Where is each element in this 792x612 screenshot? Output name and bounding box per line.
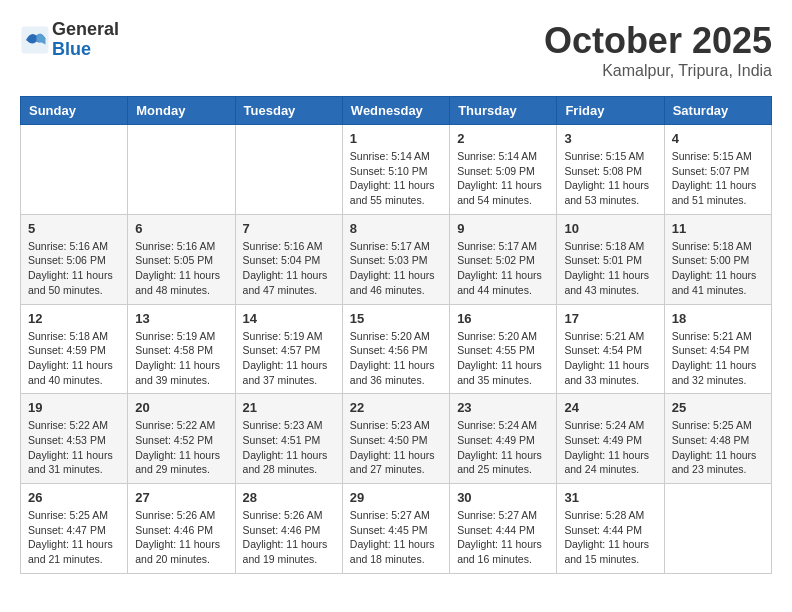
calendar-week-row: 12Sunrise: 5:18 AM Sunset: 4:59 PM Dayli…: [21, 304, 772, 394]
day-info: Sunrise: 5:20 AM Sunset: 4:55 PM Dayligh…: [457, 329, 549, 388]
day-info: Sunrise: 5:17 AM Sunset: 5:02 PM Dayligh…: [457, 239, 549, 298]
calendar-week-row: 1Sunrise: 5:14 AM Sunset: 5:10 PM Daylig…: [21, 125, 772, 215]
calendar-header: SundayMondayTuesdayWednesdayThursdayFrid…: [21, 97, 772, 125]
day-info: Sunrise: 5:19 AM Sunset: 4:58 PM Dayligh…: [135, 329, 227, 388]
day-info: Sunrise: 5:21 AM Sunset: 4:54 PM Dayligh…: [564, 329, 656, 388]
calendar-cell: 17Sunrise: 5:21 AM Sunset: 4:54 PM Dayli…: [557, 304, 664, 394]
day-number: 9: [457, 221, 549, 236]
day-info: Sunrise: 5:16 AM Sunset: 5:05 PM Dayligh…: [135, 239, 227, 298]
day-number: 10: [564, 221, 656, 236]
calendar-cell: 15Sunrise: 5:20 AM Sunset: 4:56 PM Dayli…: [342, 304, 449, 394]
day-number: 3: [564, 131, 656, 146]
calendar-cell: [235, 125, 342, 215]
calendar-cell: 11Sunrise: 5:18 AM Sunset: 5:00 PM Dayli…: [664, 214, 771, 304]
calendar-cell: 19Sunrise: 5:22 AM Sunset: 4:53 PM Dayli…: [21, 394, 128, 484]
day-number: 19: [28, 400, 120, 415]
day-number: 31: [564, 490, 656, 505]
day-info: Sunrise: 5:27 AM Sunset: 4:44 PM Dayligh…: [457, 508, 549, 567]
logo-general-text: General: [52, 20, 119, 40]
calendar-cell: 14Sunrise: 5:19 AM Sunset: 4:57 PM Dayli…: [235, 304, 342, 394]
day-info: Sunrise: 5:21 AM Sunset: 4:54 PM Dayligh…: [672, 329, 764, 388]
weekday-header-thursday: Thursday: [450, 97, 557, 125]
logo-icon: [20, 25, 50, 55]
calendar-cell: 8Sunrise: 5:17 AM Sunset: 5:03 PM Daylig…: [342, 214, 449, 304]
day-number: 16: [457, 311, 549, 326]
weekday-header-monday: Monday: [128, 97, 235, 125]
day-number: 30: [457, 490, 549, 505]
calendar-cell: 4Sunrise: 5:15 AM Sunset: 5:07 PM Daylig…: [664, 125, 771, 215]
day-info: Sunrise: 5:25 AM Sunset: 4:48 PM Dayligh…: [672, 418, 764, 477]
day-info: Sunrise: 5:22 AM Sunset: 4:52 PM Dayligh…: [135, 418, 227, 477]
logo: General Blue: [20, 20, 119, 60]
weekday-header-saturday: Saturday: [664, 97, 771, 125]
calendar-week-row: 26Sunrise: 5:25 AM Sunset: 4:47 PM Dayli…: [21, 484, 772, 574]
day-info: Sunrise: 5:24 AM Sunset: 4:49 PM Dayligh…: [564, 418, 656, 477]
calendar-cell: 24Sunrise: 5:24 AM Sunset: 4:49 PM Dayli…: [557, 394, 664, 484]
day-number: 11: [672, 221, 764, 236]
calendar-cell: 26Sunrise: 5:25 AM Sunset: 4:47 PM Dayli…: [21, 484, 128, 574]
day-number: 17: [564, 311, 656, 326]
calendar-cell: 22Sunrise: 5:23 AM Sunset: 4:50 PM Dayli…: [342, 394, 449, 484]
day-info: Sunrise: 5:15 AM Sunset: 5:07 PM Dayligh…: [672, 149, 764, 208]
calendar-cell: 20Sunrise: 5:22 AM Sunset: 4:52 PM Dayli…: [128, 394, 235, 484]
day-number: 15: [350, 311, 442, 326]
day-info: Sunrise: 5:24 AM Sunset: 4:49 PM Dayligh…: [457, 418, 549, 477]
weekday-header-wednesday: Wednesday: [342, 97, 449, 125]
calendar-cell: [128, 125, 235, 215]
day-info: Sunrise: 5:14 AM Sunset: 5:10 PM Dayligh…: [350, 149, 442, 208]
calendar-cell: 1Sunrise: 5:14 AM Sunset: 5:10 PM Daylig…: [342, 125, 449, 215]
day-info: Sunrise: 5:18 AM Sunset: 5:01 PM Dayligh…: [564, 239, 656, 298]
logo-text: General Blue: [52, 20, 119, 60]
calendar-cell: 29Sunrise: 5:27 AM Sunset: 4:45 PM Dayli…: [342, 484, 449, 574]
day-info: Sunrise: 5:28 AM Sunset: 4:44 PM Dayligh…: [564, 508, 656, 567]
day-info: Sunrise: 5:23 AM Sunset: 4:50 PM Dayligh…: [350, 418, 442, 477]
day-number: 13: [135, 311, 227, 326]
day-number: 5: [28, 221, 120, 236]
day-info: Sunrise: 5:26 AM Sunset: 4:46 PM Dayligh…: [243, 508, 335, 567]
day-info: Sunrise: 5:22 AM Sunset: 4:53 PM Dayligh…: [28, 418, 120, 477]
calendar-cell: 10Sunrise: 5:18 AM Sunset: 5:01 PM Dayli…: [557, 214, 664, 304]
day-number: 28: [243, 490, 335, 505]
day-number: 22: [350, 400, 442, 415]
weekday-header-friday: Friday: [557, 97, 664, 125]
location-subtitle: Kamalpur, Tripura, India: [544, 62, 772, 80]
day-info: Sunrise: 5:16 AM Sunset: 5:06 PM Dayligh…: [28, 239, 120, 298]
day-number: 20: [135, 400, 227, 415]
calendar-cell: 5Sunrise: 5:16 AM Sunset: 5:06 PM Daylig…: [21, 214, 128, 304]
calendar-cell: 21Sunrise: 5:23 AM Sunset: 4:51 PM Dayli…: [235, 394, 342, 484]
day-info: Sunrise: 5:16 AM Sunset: 5:04 PM Dayligh…: [243, 239, 335, 298]
calendar-cell: 23Sunrise: 5:24 AM Sunset: 4:49 PM Dayli…: [450, 394, 557, 484]
day-info: Sunrise: 5:17 AM Sunset: 5:03 PM Dayligh…: [350, 239, 442, 298]
calendar-cell: 3Sunrise: 5:15 AM Sunset: 5:08 PM Daylig…: [557, 125, 664, 215]
header: General Blue October 2025 Kamalpur, Trip…: [20, 20, 772, 80]
day-number: 26: [28, 490, 120, 505]
day-info: Sunrise: 5:25 AM Sunset: 4:47 PM Dayligh…: [28, 508, 120, 567]
day-number: 18: [672, 311, 764, 326]
day-number: 6: [135, 221, 227, 236]
day-number: 2: [457, 131, 549, 146]
day-number: 24: [564, 400, 656, 415]
weekday-header-row: SundayMondayTuesdayWednesdayThursdayFrid…: [21, 97, 772, 125]
day-info: Sunrise: 5:15 AM Sunset: 5:08 PM Dayligh…: [564, 149, 656, 208]
day-info: Sunrise: 5:23 AM Sunset: 4:51 PM Dayligh…: [243, 418, 335, 477]
day-info: Sunrise: 5:18 AM Sunset: 4:59 PM Dayligh…: [28, 329, 120, 388]
calendar-week-row: 5Sunrise: 5:16 AM Sunset: 5:06 PM Daylig…: [21, 214, 772, 304]
calendar-cell: 25Sunrise: 5:25 AM Sunset: 4:48 PM Dayli…: [664, 394, 771, 484]
calendar-week-row: 19Sunrise: 5:22 AM Sunset: 4:53 PM Dayli…: [21, 394, 772, 484]
calendar-cell: 16Sunrise: 5:20 AM Sunset: 4:55 PM Dayli…: [450, 304, 557, 394]
weekday-header-sunday: Sunday: [21, 97, 128, 125]
day-info: Sunrise: 5:14 AM Sunset: 5:09 PM Dayligh…: [457, 149, 549, 208]
day-number: 27: [135, 490, 227, 505]
day-number: 8: [350, 221, 442, 236]
month-title: October 2025: [544, 20, 772, 62]
calendar-cell: 7Sunrise: 5:16 AM Sunset: 5:04 PM Daylig…: [235, 214, 342, 304]
calendar-cell: 31Sunrise: 5:28 AM Sunset: 4:44 PM Dayli…: [557, 484, 664, 574]
day-info: Sunrise: 5:20 AM Sunset: 4:56 PM Dayligh…: [350, 329, 442, 388]
calendar-cell: 2Sunrise: 5:14 AM Sunset: 5:09 PM Daylig…: [450, 125, 557, 215]
day-number: 4: [672, 131, 764, 146]
calendar-cell: 27Sunrise: 5:26 AM Sunset: 4:46 PM Dayli…: [128, 484, 235, 574]
day-info: Sunrise: 5:26 AM Sunset: 4:46 PM Dayligh…: [135, 508, 227, 567]
calendar-cell: [664, 484, 771, 574]
calendar-table: SundayMondayTuesdayWednesdayThursdayFrid…: [20, 96, 772, 574]
day-number: 21: [243, 400, 335, 415]
